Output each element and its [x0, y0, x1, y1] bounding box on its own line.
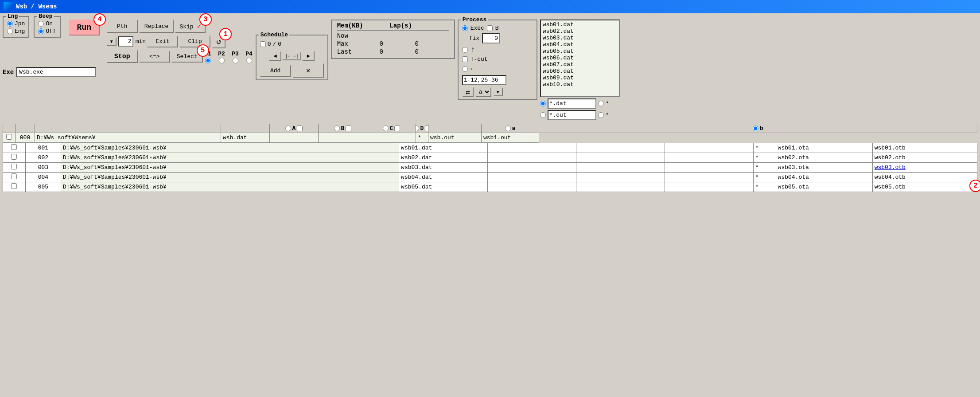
add-button[interactable]: Add	[260, 65, 291, 77]
col-c-radio[interactable]	[383, 126, 389, 131]
tcut-check[interactable]	[462, 56, 468, 62]
swap-button[interactable]: ⇄	[462, 87, 474, 97]
col-d-radio[interactable]	[416, 126, 419, 131]
p4-label: P4	[245, 51, 253, 57]
file-list-item[interactable]: wsb06.dat	[542, 55, 618, 61]
file-list-item[interactable]: wsb04.dat	[542, 41, 618, 48]
min-input[interactable]	[118, 36, 133, 47]
swap-dropdown[interactable]: ▼	[493, 88, 503, 96]
lng-eng-radio[interactable]	[7, 28, 13, 34]
lap-title: Lap(s)	[389, 22, 412, 29]
p2-radio[interactable]	[219, 58, 225, 63]
exit-button[interactable]: Exit	[147, 35, 178, 47]
min-label: min	[136, 38, 146, 45]
row-c	[576, 143, 665, 153]
lng-jpn-radio[interactable]	[7, 21, 13, 27]
row-c	[576, 182, 665, 192]
b-out-radio[interactable]	[753, 126, 758, 131]
p2-label: P2	[218, 51, 225, 57]
col-c-check[interactable]	[394, 126, 400, 131]
p4-radio[interactable]	[246, 58, 252, 63]
replace-button[interactable]: Replace	[139, 20, 174, 33]
a-out-radio[interactable]	[505, 126, 511, 131]
range-input[interactable]	[462, 75, 506, 85]
filter2-input[interactable]	[548, 110, 596, 120]
file-list-item[interactable]: wsb07.dat	[542, 61, 618, 68]
data-table: A B C	[3, 124, 977, 143]
row-c	[576, 163, 665, 173]
row-num: 004	[25, 173, 61, 182]
row-check[interactable]	[11, 154, 17, 160]
row-dat: wsb03.dat	[399, 163, 488, 173]
row000-path: D:¥Ws_soft¥Wsems¥	[35, 133, 221, 143]
row-check[interactable]	[11, 173, 17, 179]
file-list-item[interactable]: wsb10.dat	[542, 81, 618, 88]
file-list-panel: wsb01.datwsb02.datwsb03.datwsb04.datwsb0…	[540, 20, 620, 120]
up-radio[interactable]	[462, 47, 468, 53]
row-out1: wsb03.ota	[776, 163, 872, 173]
col-b-radio[interactable]	[334, 126, 340, 131]
badge-4: 4	[93, 13, 106, 26]
filter2-radio[interactable]	[540, 112, 546, 118]
col-a-label: A	[292, 125, 296, 132]
table-row: 005 D:¥Ws_soft¥Samples¥230601-wsb¥ wsb05…	[3, 182, 977, 192]
row-check[interactable]	[11, 144, 17, 150]
file-list-item[interactable]: wsb09.dat	[542, 75, 618, 81]
row-star: *	[753, 182, 776, 192]
left-arrow: ←	[471, 64, 475, 73]
title-bar: Wsb / Wsems	[0, 0, 980, 13]
row-dat: wsb04.dat	[399, 173, 488, 182]
file-list-item[interactable]: wsb02.dat	[542, 28, 618, 35]
filter1-radio2[interactable]	[598, 101, 604, 106]
exe-input[interactable]	[16, 67, 96, 77]
th-num	[16, 124, 35, 133]
arrow-button[interactable]: <=>	[139, 51, 170, 63]
left-radio[interactable]	[462, 66, 468, 72]
last-mem: 0	[368, 48, 395, 55]
filter1-radio[interactable]	[540, 101, 546, 106]
sched-step[interactable]: |←→|	[282, 51, 302, 60]
row-path: D:¥Ws_soft¥Samples¥230601-wsb¥	[61, 173, 399, 182]
filter1-star: *	[606, 100, 609, 107]
th-path	[35, 124, 221, 133]
lng-group: Lng Jpn Eng	[3, 16, 29, 38]
file-list-item[interactable]: wsb05.dat	[542, 48, 618, 55]
col-d-check[interactable]	[425, 126, 428, 131]
dropdown-arrow[interactable]: ▼	[107, 37, 117, 46]
row-out2: wsb02.otb	[872, 153, 977, 163]
sched-next[interactable]: ►	[302, 51, 315, 61]
p3-radio[interactable]	[233, 58, 238, 63]
row-path: D:¥Ws_soft¥Samples¥230601-wsb¥	[61, 163, 399, 173]
row-check[interactable]	[11, 183, 17, 189]
filter2-radio2[interactable]	[598, 112, 604, 118]
file-list-item[interactable]: wsb08.dat	[542, 68, 618, 75]
stop-button[interactable]: Stop	[107, 50, 138, 63]
file-list-item[interactable]: wsb01.dat	[542, 21, 618, 28]
row-b	[488, 163, 576, 173]
beep-on-radio[interactable]	[38, 21, 44, 27]
row-check[interactable]	[11, 164, 17, 169]
col-a-radio[interactable]	[285, 126, 291, 131]
schedule-check[interactable]	[260, 41, 266, 47]
process-label: Process	[461, 16, 488, 23]
sched-prev[interactable]: ◄	[269, 51, 281, 61]
fix-input[interactable]	[482, 33, 500, 43]
data-table-container: A B C	[3, 124, 977, 192]
row000-check[interactable]	[6, 134, 12, 140]
th-star	[428, 124, 482, 133]
file-listbox[interactable]: wsb01.datwsb02.datwsb03.datwsb04.datwsb0…	[540, 20, 620, 97]
lng-eng-row: Eng	[7, 28, 25, 35]
filter1-input[interactable]	[548, 98, 596, 109]
file-list-item[interactable]: wsb03.dat	[542, 35, 618, 41]
x-button[interactable]: ✕	[293, 63, 324, 78]
swap-select[interactable]: a	[475, 87, 491, 97]
p1-radio[interactable]	[205, 58, 211, 63]
col-b-check[interactable]	[346, 126, 351, 131]
table-row: 003 D:¥Ws_soft¥Samples¥230601-wsb¥ wsb03…	[3, 163, 977, 173]
th-b-out: b	[539, 124, 977, 133]
col-a-check[interactable]	[297, 126, 303, 131]
pth-button[interactable]: Pth	[107, 20, 138, 33]
exec-radio[interactable]	[462, 25, 468, 31]
beep-off-radio[interactable]	[38, 28, 44, 34]
b-check[interactable]	[487, 25, 493, 31]
